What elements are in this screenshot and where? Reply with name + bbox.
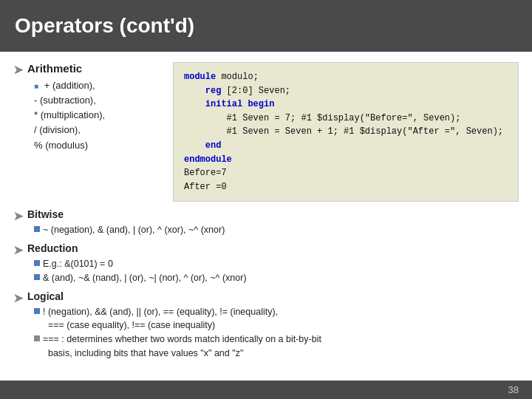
bitwise-item-1: ~ (negation), & (and), | (or), ^ (xor), …: [34, 223, 519, 237]
code-box: module modulo; reg [2:0] Seven; initial …: [173, 62, 519, 202]
logical-heading: ➤ Logical: [13, 290, 519, 305]
bitwise-items: ~ (negation), & (and), | (or), ^ (xor), …: [13, 223, 519, 237]
arithmetic-block: ➤ Arithmetic ■ + (addition), - (subtract…: [13, 62, 161, 202]
reduction-section: ➤ Reduction E.g.: &(0101) = 0 & (and), ~…: [13, 240, 519, 285]
arithmetic-items: ■ + (addition), - (subtraction), * (mult…: [13, 78, 161, 153]
logical-text-2: === : determines whether two words match…: [43, 332, 321, 361]
code-output-1: Before=7: [184, 166, 508, 180]
arithmetic-item-1: + (addition), - (subtraction), * (multip…: [34, 80, 105, 151]
reduction-text-2: & (and), ~& (nand), | (or), ~| (nor), ^ …: [43, 271, 247, 285]
reduction-heading: ➤ Reduction: [13, 242, 519, 257]
arithmetic-heading: ➤ Arithmetic: [13, 62, 161, 77]
page-title: Operators (cont'd): [15, 14, 194, 38]
logical-item-1: ! (negation), && (and), || (or), == (equ…: [34, 305, 519, 333]
bitwise-label: Bitwise: [27, 208, 64, 220]
bullet-square: ■: [34, 81, 38, 92]
logical-text-1: ! (negation), && (and), || (or), == (equ…: [43, 305, 278, 333]
code-line-2: reg [2:0] Seven;: [184, 84, 508, 98]
main-content: ➤ Arithmetic ■ + (addition), - (subtract…: [0, 52, 532, 381]
footer: 38: [0, 381, 532, 399]
code-line-1: module modulo;: [184, 70, 508, 84]
reduction-text-1: E.g.: &(0101) = 0: [43, 257, 113, 271]
code-output-2: After =0: [184, 180, 508, 194]
logical-label: Logical: [27, 290, 64, 302]
arrow-icon-bitwise: ➤: [13, 209, 23, 223]
code-line-5: #1 Seven = Seven + 1; #1 $display("After…: [184, 125, 508, 139]
bitwise-text-1: ~ (negation), & (and), | (or), ^ (xor), …: [43, 223, 225, 237]
title-bar: Operators (cont'd): [0, 0, 532, 52]
arrow-icon-reduction: ➤: [13, 243, 23, 257]
blue-square-2: [34, 260, 40, 266]
arrow-icon-logical: ➤: [13, 291, 23, 305]
reduction-label: Reduction: [27, 242, 78, 254]
logical-items: ! (negation), && (and), || (or), == (equ…: [13, 305, 519, 361]
reduction-item-2: & (and), ~& (nand), | (or), ~| (nor), ^ …: [34, 271, 519, 285]
code-line-4: #1 Seven = 7; #1 $display("Before=", Sev…: [184, 112, 508, 126]
logical-section: ➤ Logical ! (negation), && (and), || (or…: [13, 288, 519, 361]
reduction-items: E.g.: &(0101) = 0 & (and), ~& (nand), | …: [13, 257, 519, 285]
arithmetic-label: Arithmetic: [27, 62, 82, 75]
blue-square-4: [34, 308, 40, 314]
code-line-6: end: [184, 139, 508, 153]
arrow-icon: ➤: [13, 63, 23, 77]
bullets-block: ➤ Bitwise ~ (negation), & (and), | (or),…: [13, 206, 519, 360]
bitwise-heading: ➤ Bitwise: [13, 208, 519, 223]
reduction-item-1: E.g.: &(0101) = 0: [34, 257, 519, 271]
top-section: ➤ Arithmetic ■ + (addition), - (subtract…: [13, 62, 519, 202]
gray-square-1: [34, 335, 40, 341]
blue-square-1: [34, 226, 40, 232]
code-line-3: initial begin: [184, 98, 508, 112]
blue-square-3: [34, 274, 40, 280]
code-line-7: endmodule: [184, 153, 508, 167]
page-number: 38: [508, 384, 519, 395]
bitwise-section: ➤ Bitwise ~ (negation), & (and), | (or),…: [13, 206, 519, 237]
logical-item-2: === : determines whether two words match…: [34, 332, 519, 361]
